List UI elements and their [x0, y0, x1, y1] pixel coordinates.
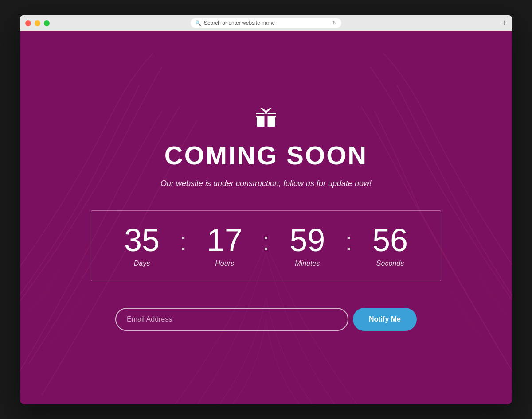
separator-2: : — [262, 228, 270, 255]
page-subtitle: Our website is under construction, follo… — [160, 179, 372, 188]
seconds-label: Seconds — [376, 260, 404, 268]
days-value: 35 — [124, 224, 160, 256]
seconds-value: 56 — [372, 224, 408, 256]
countdown-hours: 17 Hours — [189, 224, 260, 268]
countdown-days: 35 Days — [106, 224, 177, 268]
separator-1: : — [180, 228, 187, 255]
minimize-button[interactable] — [35, 20, 40, 26]
hours-value: 17 — [207, 224, 243, 256]
minutes-value: 59 — [289, 224, 325, 256]
search-icon: 🔍 — [195, 20, 201, 26]
hours-label: Hours — [215, 260, 234, 268]
minutes-label: Minutes — [295, 260, 320, 268]
url-text: Search or enter website name — [204, 20, 330, 26]
page-title: COMING SOON — [164, 140, 368, 170]
svg-rect-3 — [256, 114, 276, 116]
address-bar[interactable]: 🔍 Search or enter website name ↻ — [191, 18, 341, 28]
days-label: Days — [134, 260, 150, 268]
email-input[interactable] — [115, 308, 348, 331]
svg-point-4 — [265, 112, 267, 114]
page-content: COMING SOON Our website is under constru… — [20, 31, 512, 404]
maximize-button[interactable] — [44, 20, 50, 26]
content-wrapper: COMING SOON Our website is under constru… — [20, 105, 512, 331]
browser-window: 🔍 Search or enter website name ↻ + — [20, 15, 512, 404]
gift-icon — [254, 105, 278, 132]
countdown-minutes: 59 Minutes — [272, 224, 343, 268]
notify-button[interactable]: Notify Me — [353, 308, 417, 331]
countdown-box: 35 Days : 17 Hours : 59 Minutes : 56 Sec… — [91, 210, 441, 281]
separator-3: : — [345, 228, 352, 255]
reload-icon[interactable]: ↻ — [332, 20, 337, 26]
close-button[interactable] — [25, 20, 31, 26]
browser-titlebar: 🔍 Search or enter website name ↻ + — [20, 15, 512, 31]
countdown-seconds: 56 Seconds — [355, 224, 426, 268]
new-tab-button[interactable]: + — [502, 19, 507, 28]
notify-form: Notify Me — [115, 308, 417, 331]
